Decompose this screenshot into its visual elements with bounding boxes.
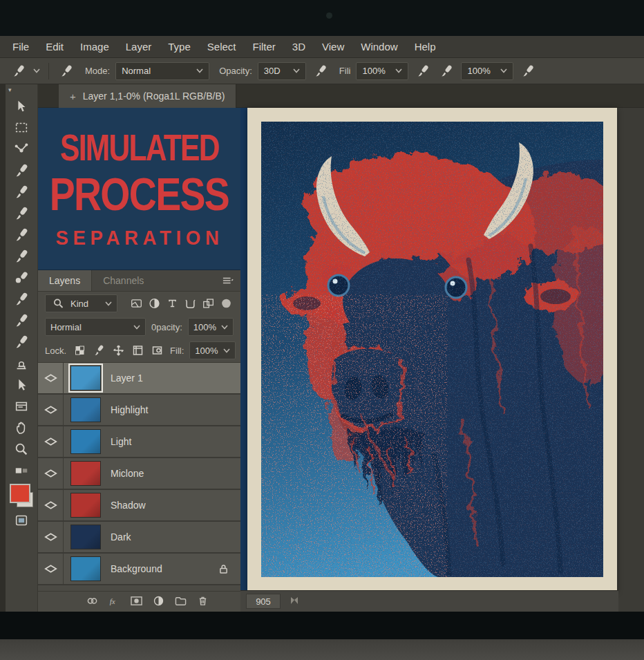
layer-filter-select[interactable]: Kind (45, 294, 117, 312)
tab-plus-icon[interactable]: + (70, 91, 76, 102)
clone-stamp-tool-icon[interactable] (6, 310, 37, 331)
screen-mode-icon[interactable] (6, 510, 37, 531)
toolbar-collapse-icon[interactable]: ▾ (6, 84, 37, 95)
zoom-level-input[interactable]: 905 (246, 594, 281, 609)
opacity-select[interactable]: 30D (258, 62, 306, 80)
layer-lock-icon (219, 564, 228, 574)
hand-tool-icon[interactable] (6, 417, 37, 438)
layer-row-dark[interactable]: Dark (38, 522, 240, 554)
artboard-tool-icon[interactable] (6, 396, 37, 417)
eraser-tool-icon[interactable] (6, 289, 37, 310)
menu-3d[interactable]: 3D (284, 36, 314, 58)
airbrush-flow-icon[interactable] (414, 63, 432, 79)
title-line-2: PROCESS (50, 171, 229, 217)
layer-thumbnail[interactable] (70, 461, 101, 486)
adjustment-layer-icon[interactable] (153, 596, 164, 606)
smudge-tool-icon[interactable] (6, 246, 37, 267)
mixer-brush-tool-icon[interactable] (6, 225, 37, 245)
menu-edit[interactable]: Edit (37, 36, 72, 58)
swatches-icon[interactable] (6, 460, 37, 481)
pen-tool-icon[interactable] (6, 139, 37, 160)
pixel-layer-filter-icon[interactable] (129, 296, 144, 310)
visibility-eye-icon[interactable] (38, 426, 64, 457)
blob-brush-tool-icon[interactable] (6, 267, 37, 288)
foreground-color[interactable] (6, 482, 37, 509)
menu-help[interactable]: Help (406, 36, 444, 58)
layer-opacity-select[interactable]: 100% (188, 318, 234, 336)
menu-select[interactable]: Select (199, 36, 245, 58)
path-select-tool-icon[interactable] (6, 375, 37, 395)
marquee-tool-icon[interactable] (6, 117, 37, 138)
brush-tool-icon[interactable] (6, 182, 37, 202)
brush-panel-icon[interactable] (57, 63, 75, 79)
visibility-eye-icon[interactable] (38, 490, 64, 520)
monitor-bezel-top (0, 0, 644, 36)
layer-thumbnail[interactable] (70, 525, 101, 549)
layer-effects-icon[interactable]: fx (108, 596, 120, 606)
tutorial-title-card: SIMULATED PROCESS SEPARATION (38, 108, 240, 270)
menu-image[interactable]: Image (72, 36, 117, 58)
menu-window[interactable]: Window (352, 36, 406, 58)
stamp-tool-icon[interactable] (6, 353, 37, 374)
healing-brush-tool-icon[interactable] (6, 160, 37, 181)
lock-position-icon[interactable] (111, 343, 126, 357)
link-layers-icon[interactable] (86, 596, 98, 606)
layer-thumbnail[interactable] (70, 493, 101, 518)
foreground-background-swatches[interactable] (10, 484, 33, 507)
layer-thumbnail[interactable] (70, 366, 101, 390)
menu-filter[interactable]: Filter (245, 36, 284, 58)
menu-layer[interactable]: Layer (117, 36, 160, 58)
layer-row-highlight[interactable]: Highlight (38, 395, 240, 426)
smart-object-filter-icon[interactable] (200, 296, 216, 310)
layer-row-layer-1[interactable]: Layer 1 (38, 363, 240, 395)
pencil-tool-icon[interactable] (6, 203, 37, 224)
zoom-tool-icon[interactable] (6, 439, 37, 460)
menu-file[interactable]: File (4, 36, 37, 58)
tab-channels[interactable]: Channels (92, 270, 155, 291)
lock-artboard-icon[interactable] (130, 343, 145, 357)
layer-row-shadow[interactable]: Shadow (38, 490, 240, 522)
adjustment-layer-filter-icon[interactable] (146, 296, 162, 310)
layer-mask-icon[interactable] (131, 596, 142, 606)
layer-row-light[interactable]: Light (38, 426, 240, 458)
layer-row-miclone[interactable]: Miclone (38, 458, 240, 490)
layer-thumbnail[interactable] (70, 397, 101, 422)
layer-fill-select[interactable]: 100% (189, 341, 235, 359)
blend-mode-select[interactable]: Hormial (45, 318, 146, 336)
chevron-down-icon (105, 301, 112, 306)
menu-view[interactable]: View (314, 36, 352, 58)
airbrush-icon[interactable] (312, 63, 330, 79)
shape-layer-filter-icon[interactable] (182, 296, 198, 310)
visibility-eye-icon[interactable] (38, 458, 64, 489)
smoothing-icon[interactable] (519, 63, 537, 79)
layer-row-background[interactable]: Background (38, 554, 240, 585)
mode-select[interactable]: Normal (115, 62, 209, 80)
visibility-eye-icon[interactable] (38, 395, 64, 425)
foreground-color-swatch[interactable] (10, 484, 30, 503)
type-layer-filter-icon[interactable] (164, 296, 180, 310)
panel-menu-icon[interactable] (222, 270, 234, 291)
visibility-eye-icon[interactable] (38, 522, 64, 552)
history-brush-tool-icon[interactable] (6, 332, 37, 352)
delete-layer-icon[interactable] (197, 596, 209, 606)
lock-transparency-icon[interactable] (72, 343, 87, 357)
flow-select[interactable]: 100% (461, 62, 513, 80)
poster-document[interactable] (247, 108, 617, 591)
document-edge-strip (240, 108, 247, 591)
document-tab[interactable]: + Layer 1,1-0% (Roga1L RGB/B/B) (59, 84, 236, 108)
fill-select[interactable]: 100% (356, 62, 408, 80)
new-layer-icon[interactable] (175, 596, 187, 606)
lock-all-icon[interactable] (149, 343, 164, 357)
lock-pixels-icon[interactable] (91, 343, 106, 357)
tab-layers[interactable]: Layens (38, 270, 92, 291)
layer-thumbnail[interactable] (70, 429, 101, 454)
chevron-down-icon[interactable] (33, 68, 40, 73)
layer-thumbnail[interactable] (70, 556, 101, 581)
filter-toggle-icon[interactable] (218, 296, 234, 310)
visibility-eye-icon[interactable] (38, 363, 64, 393)
visibility-eye-icon[interactable] (38, 554, 64, 584)
airbrush-pressure-icon[interactable] (437, 63, 455, 79)
brush-preset-icon[interactable] (10, 63, 28, 79)
move-tool-icon[interactable] (6, 96, 37, 117)
menu-type[interactable]: Type (160, 36, 199, 58)
